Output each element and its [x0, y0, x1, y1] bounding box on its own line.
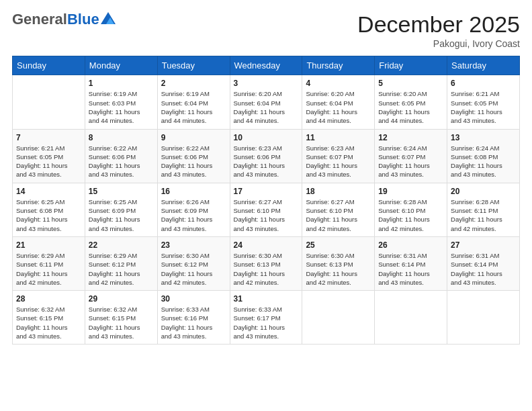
weekday-monday: Monday [85, 56, 157, 75]
calendar-cell: 6Sunrise: 6:21 AMSunset: 6:05 PMDaylight… [447, 75, 520, 129]
calendar-cell: 13Sunrise: 6:24 AMSunset: 6:08 PMDayligh… [447, 129, 520, 183]
calendar-cell: 7Sunrise: 6:21 AMSunset: 6:05 PMDaylight… [13, 129, 85, 183]
calendar-cell: 4Sunrise: 6:20 AMSunset: 6:04 PMDaylight… [302, 75, 375, 129]
calendar-cell: 5Sunrise: 6:20 AMSunset: 6:05 PMDaylight… [375, 75, 447, 129]
day-info: Sunrise: 6:23 AMSunset: 6:07 PMDaylight:… [306, 144, 371, 179]
day-number: 1 [89, 79, 154, 88]
day-info: Sunrise: 6:31 AMSunset: 6:14 PMDaylight:… [378, 251, 443, 287]
calendar: Sunday Monday Tuesday Wednesday Thursday… [12, 56, 520, 345]
day-info: Sunrise: 6:30 AMSunset: 6:13 PMDaylight:… [234, 251, 299, 287]
day-info: Sunrise: 6:31 AMSunset: 6:14 PMDaylight:… [451, 251, 516, 287]
day-info: Sunrise: 6:25 AMSunset: 6:09 PMDaylight:… [89, 197, 154, 233]
calendar-cell: 11Sunrise: 6:23 AMSunset: 6:07 PMDayligh… [302, 129, 375, 183]
day-info: Sunrise: 6:22 AMSunset: 6:06 PMDaylight:… [161, 144, 226, 179]
calendar-cell: 19Sunrise: 6:28 AMSunset: 6:10 PMDayligh… [375, 183, 447, 236]
logo-general: General [12, 11, 67, 28]
day-number: 11 [306, 133, 371, 142]
day-number: 16 [161, 187, 226, 196]
calendar-cell: 25Sunrise: 6:30 AMSunset: 6:13 PMDayligh… [302, 236, 375, 290]
day-number: 4 [306, 79, 371, 88]
weekday-saturday: Saturday [447, 56, 520, 75]
calendar-cell: 8Sunrise: 6:22 AMSunset: 6:06 PMDaylight… [85, 129, 157, 183]
day-number: 29 [89, 294, 154, 304]
day-number: 9 [161, 133, 226, 142]
day-info: Sunrise: 6:20 AMSunset: 6:05 PMDaylight:… [378, 89, 443, 125]
day-number: 8 [89, 133, 154, 142]
day-number: 31 [234, 294, 299, 304]
calendar-cell [302, 291, 375, 345]
calendar-cell: 16Sunrise: 6:26 AMSunset: 6:09 PMDayligh… [157, 183, 230, 236]
day-info: Sunrise: 6:30 AMSunset: 6:12 PMDaylight:… [161, 251, 226, 287]
calendar-cell: 31Sunrise: 6:33 AMSunset: 6:17 PMDayligh… [230, 291, 302, 345]
calendar-cell [375, 291, 447, 345]
day-info: Sunrise: 6:27 AMSunset: 6:10 PMDaylight:… [234, 197, 299, 233]
calendar-cell: 17Sunrise: 6:27 AMSunset: 6:10 PMDayligh… [230, 183, 302, 236]
calendar-body: 1Sunrise: 6:19 AMSunset: 6:03 PMDaylight… [13, 75, 520, 345]
weekday-tuesday: Tuesday [157, 56, 230, 75]
day-number: 18 [306, 187, 371, 196]
calendar-cell: 14Sunrise: 6:25 AMSunset: 6:08 PMDayligh… [13, 183, 85, 236]
page: GeneralBlue December 2025 Pakogui, Ivory… [0, 0, 532, 411]
day-info: Sunrise: 6:20 AMSunset: 6:04 PMDaylight:… [234, 89, 299, 125]
day-info: Sunrise: 6:20 AMSunset: 6:04 PMDaylight:… [306, 89, 371, 125]
calendar-cell: 24Sunrise: 6:30 AMSunset: 6:13 PMDayligh… [230, 236, 302, 290]
day-number: 2 [161, 79, 226, 88]
day-info: Sunrise: 6:24 AMSunset: 6:08 PMDaylight:… [451, 144, 516, 179]
day-info: Sunrise: 6:24 AMSunset: 6:07 PMDaylight:… [378, 144, 443, 179]
calendar-week-0: 1Sunrise: 6:19 AMSunset: 6:03 PMDaylight… [13, 75, 520, 129]
calendar-cell: 30Sunrise: 6:33 AMSunset: 6:16 PMDayligh… [157, 291, 230, 345]
calendar-cell: 29Sunrise: 6:32 AMSunset: 6:15 PMDayligh… [85, 291, 157, 345]
day-number: 10 [234, 133, 299, 142]
calendar-week-1: 7Sunrise: 6:21 AMSunset: 6:05 PMDaylight… [13, 129, 520, 183]
calendar-cell: 23Sunrise: 6:30 AMSunset: 6:12 PMDayligh… [157, 236, 230, 290]
day-info: Sunrise: 6:19 AMSunset: 6:03 PMDaylight:… [89, 89, 154, 125]
day-number: 25 [306, 240, 371, 250]
day-info: Sunrise: 6:28 AMSunset: 6:11 PMDaylight:… [451, 197, 516, 233]
day-number: 3 [234, 79, 299, 88]
day-info: Sunrise: 6:21 AMSunset: 6:05 PMDaylight:… [451, 89, 516, 125]
logo: GeneralBlue [12, 12, 116, 27]
logo-icon [101, 12, 116, 24]
day-info: Sunrise: 6:27 AMSunset: 6:10 PMDaylight:… [306, 197, 371, 233]
calendar-cell: 20Sunrise: 6:28 AMSunset: 6:11 PMDayligh… [447, 183, 520, 236]
calendar-cell: 27Sunrise: 6:31 AMSunset: 6:14 PMDayligh… [447, 236, 520, 290]
calendar-week-4: 28Sunrise: 6:32 AMSunset: 6:15 PMDayligh… [13, 291, 520, 345]
calendar-cell: 9Sunrise: 6:22 AMSunset: 6:06 PMDaylight… [157, 129, 230, 183]
day-info: Sunrise: 6:23 AMSunset: 6:06 PMDaylight:… [234, 144, 299, 179]
day-number: 26 [378, 240, 443, 250]
calendar-cell [13, 75, 85, 129]
day-number: 19 [378, 187, 443, 196]
day-number: 23 [161, 240, 226, 250]
day-info: Sunrise: 6:32 AMSunset: 6:15 PMDaylight:… [89, 305, 154, 340]
header: GeneralBlue December 2025 Pakogui, Ivory… [12, 12, 520, 49]
day-info: Sunrise: 6:21 AMSunset: 6:05 PMDaylight:… [16, 144, 81, 179]
calendar-cell: 3Sunrise: 6:20 AMSunset: 6:04 PMDaylight… [230, 75, 302, 129]
calendar-cell: 26Sunrise: 6:31 AMSunset: 6:14 PMDayligh… [375, 236, 447, 290]
day-number: 6 [451, 79, 516, 88]
day-info: Sunrise: 6:22 AMSunset: 6:06 PMDaylight:… [89, 144, 154, 179]
calendar-cell: 12Sunrise: 6:24 AMSunset: 6:07 PMDayligh… [375, 129, 447, 183]
calendar-week-3: 21Sunrise: 6:29 AMSunset: 6:11 PMDayligh… [13, 236, 520, 290]
day-number: 13 [451, 133, 516, 142]
day-number: 12 [378, 133, 443, 142]
day-number: 17 [234, 187, 299, 196]
day-number: 22 [89, 240, 154, 250]
day-number: 5 [378, 79, 443, 88]
location: Pakogui, Ivory Coast [357, 38, 520, 49]
weekday-sunday: Sunday [13, 56, 85, 75]
calendar-cell: 28Sunrise: 6:32 AMSunset: 6:15 PMDayligh… [13, 291, 85, 345]
calendar-cell: 21Sunrise: 6:29 AMSunset: 6:11 PMDayligh… [13, 236, 85, 290]
weekday-row: Sunday Monday Tuesday Wednesday Thursday… [13, 56, 520, 75]
calendar-cell: 10Sunrise: 6:23 AMSunset: 6:06 PMDayligh… [230, 129, 302, 183]
day-number: 24 [234, 240, 299, 250]
day-info: Sunrise: 6:29 AMSunset: 6:12 PMDaylight:… [89, 251, 154, 287]
day-info: Sunrise: 6:30 AMSunset: 6:13 PMDaylight:… [306, 251, 371, 287]
weekday-friday: Friday [375, 56, 447, 75]
day-info: Sunrise: 6:29 AMSunset: 6:11 PMDaylight:… [16, 251, 81, 287]
month-title: December 2025 [357, 12, 520, 37]
day-info: Sunrise: 6:33 AMSunset: 6:17 PMDaylight:… [234, 305, 299, 340]
day-info: Sunrise: 6:26 AMSunset: 6:09 PMDaylight:… [161, 197, 226, 233]
day-info: Sunrise: 6:32 AMSunset: 6:15 PMDaylight:… [16, 305, 81, 340]
day-number: 14 [16, 187, 81, 196]
day-number: 30 [161, 294, 226, 304]
